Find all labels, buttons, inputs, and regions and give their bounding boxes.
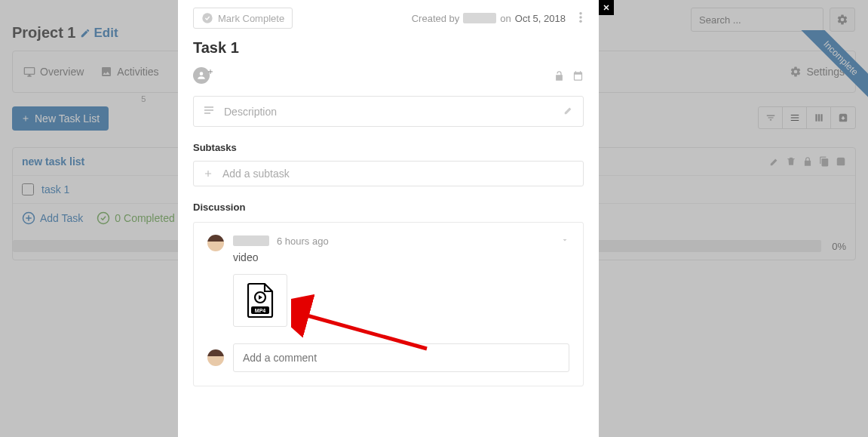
pencil-icon	[563, 105, 574, 115]
task-modal: Mark Complete Created by on Oct 5, 2018 …	[178, 0, 599, 437]
comment: 6 hours ago video MP4	[207, 235, 569, 327]
comment-collapse-button[interactable]	[560, 235, 569, 247]
calendar-icon[interactable]	[572, 70, 584, 82]
svg-point-7	[579, 20, 582, 23]
discussion-heading: Discussion	[193, 202, 584, 213]
close-icon	[602, 3, 611, 12]
svg-point-4	[202, 13, 212, 23]
commenter-name-redacted	[233, 235, 269, 246]
check-circle-icon	[201, 12, 213, 24]
add-comment-input[interactable]	[233, 343, 569, 372]
subtasks-heading: Subtasks	[193, 142, 584, 153]
svg-point-6	[579, 16, 582, 19]
task-title: Task 1	[193, 39, 584, 57]
comment-timestamp: 6 hours ago	[277, 235, 329, 247]
kebab-icon	[579, 12, 582, 23]
discussion-panel: 6 hours ago video MP4	[193, 222, 584, 386]
assignee-add-button[interactable]	[193, 67, 210, 84]
mark-complete-button[interactable]: Mark Complete	[193, 8, 293, 29]
person-icon	[196, 70, 207, 81]
mp4-file-icon: MP4	[245, 282, 275, 319]
svg-text:MP4: MP4	[255, 308, 266, 313]
add-subtask-field[interactable]: Add a subtask	[193, 161, 584, 186]
unlock-icon[interactable]	[554, 70, 565, 82]
comment-text: video	[233, 251, 569, 263]
task-menu-button[interactable]	[575, 12, 584, 25]
description-field[interactable]: Description	[193, 96, 584, 127]
svg-point-5	[579, 12, 582, 15]
plus-icon	[207, 68, 214, 75]
avatar	[207, 349, 224, 366]
author-redacted	[463, 13, 496, 23]
plus-icon	[203, 168, 213, 179]
created-by-text: Created by on Oct 5, 2018	[412, 13, 566, 24]
avatar	[207, 235, 224, 251]
lines-icon	[203, 104, 215, 116]
attachment-mp4[interactable]: MP4	[233, 274, 287, 327]
chevron-down-icon	[560, 235, 569, 245]
close-button[interactable]	[599, 0, 614, 15]
